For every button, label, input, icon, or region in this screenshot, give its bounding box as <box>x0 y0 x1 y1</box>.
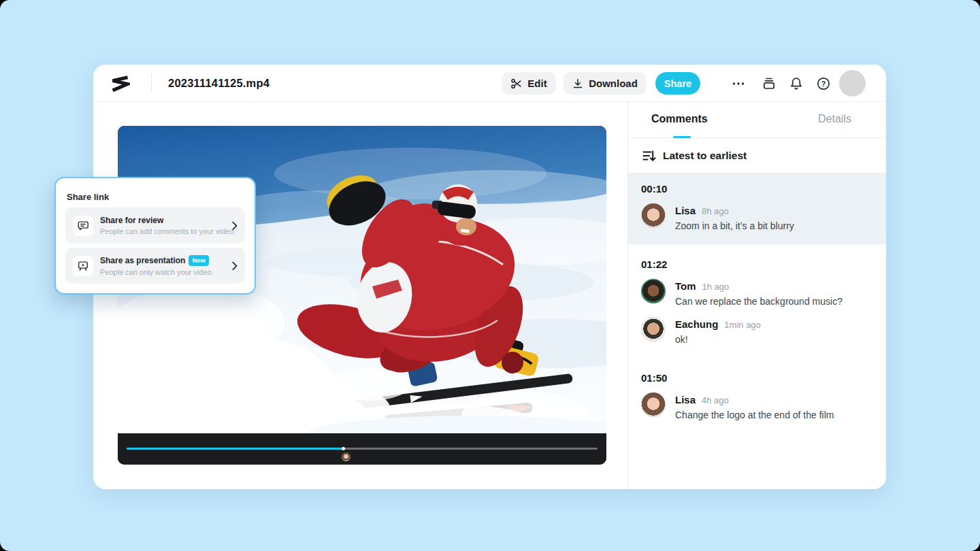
comment-author: Tom <box>675 280 696 292</box>
player-control-bar <box>118 433 606 465</box>
comment-text: Change the logo at the end of the film <box>675 409 834 422</box>
share-link-popover: Share link Share for review People can a… <box>54 177 256 295</box>
share-as-presentation-option[interactable]: Share as presentationNew People can only… <box>65 248 245 284</box>
scissors-icon <box>510 78 523 90</box>
comment-group[interactable]: 01:22 Tom 1h ago Can we replace the back… <box>628 244 886 358</box>
download-icon <box>572 78 584 90</box>
workspace-button[interactable] <box>761 76 777 92</box>
download-button[interactable]: Download <box>564 72 646 95</box>
option-description: People can only watch your video. <box>100 268 214 276</box>
edit-button[interactable]: Edit <box>502 72 556 95</box>
avatar[interactable] <box>641 317 666 341</box>
more-options-button[interactable] <box>730 76 747 92</box>
chevron-right-icon <box>232 221 238 230</box>
panel-tabs: Comments Details <box>628 102 886 138</box>
share-label: Share <box>664 78 691 89</box>
comment-item: Tom 1h ago Can we replace the background… <box>641 279 872 309</box>
tab-details[interactable]: Details <box>818 113 851 125</box>
comment-author: Eachung <box>675 318 718 330</box>
svg-text:?: ? <box>821 80 826 88</box>
comment-age: 1min ago <box>724 320 760 330</box>
sort-icon <box>641 148 657 164</box>
playhead-dot[interactable] <box>342 447 345 450</box>
comment-timestamp: 01:22 <box>641 258 872 270</box>
comment-age: 4h ago <box>702 395 729 405</box>
user-avatar[interactable] <box>839 70 866 97</box>
presentation-icon <box>77 260 89 272</box>
comment-author: Lisa <box>675 205 696 216</box>
comment-text: Zoom in a bit, it’s a bit blurry <box>675 220 794 233</box>
page-background: 202311141125.mp4 Edit Download Share <box>0 0 980 551</box>
icon-box <box>73 256 93 276</box>
comment-text: ok! <box>675 333 761 347</box>
file-title: 202311141125.mp4 <box>168 65 270 102</box>
comment-marker-avatar[interactable] <box>342 452 350 461</box>
download-label: Download <box>589 78 638 89</box>
comment-item: Eachung 1min ago ok! <box>641 317 872 347</box>
comment-group[interactable]: 00:10 Lisa 8h ago Zoom in a bit, it’s a … <box>628 173 886 244</box>
comment-item: Lisa 8h ago Zoom in a bit, it’s a bit bl… <box>641 203 872 233</box>
archive-stack-icon <box>762 76 777 91</box>
comment-bubble-icon <box>77 220 89 232</box>
option-title: Share for review <box>100 216 163 225</box>
edit-label: Edit <box>527 78 546 89</box>
comment-timestamp: 00:10 <box>641 183 872 195</box>
option-badge: New <box>189 255 209 265</box>
avatar[interactable] <box>641 393 666 417</box>
comment-age: 1h ago <box>702 282 730 292</box>
comment-list: 00:10 Lisa 8h ago Zoom in a bit, it’s a … <box>628 173 886 433</box>
avatar[interactable] <box>641 203 666 228</box>
tab-comments[interactable]: Comments <box>651 113 708 125</box>
avatar[interactable] <box>641 279 666 303</box>
sort-order-control[interactable]: Latest to earliest <box>628 138 886 173</box>
comment-text: Can we replace the background music? <box>675 295 843 309</box>
capcut-logo-icon <box>110 73 130 94</box>
comment-author: Lisa <box>675 394 696 405</box>
icon-box <box>73 216 93 236</box>
popover-title: Share link <box>67 192 109 202</box>
chevron-right-icon <box>232 261 238 270</box>
comment-timestamp: 01:50 <box>641 372 872 384</box>
share-button[interactable]: Share <box>655 72 700 95</box>
help-button[interactable]: ? <box>815 76 832 92</box>
option-description: People can add comments to your video. <box>100 227 235 235</box>
option-title: Share as presentation <box>100 256 185 265</box>
sort-label: Latest to earliest <box>663 150 747 162</box>
comments-panel: Comments Details Latest to earliest 00:1… <box>627 102 886 489</box>
share-for-review-option[interactable]: Share for review People can add comments… <box>65 207 245 244</box>
comment-item: Lisa 4h ago Change the logo at the end o… <box>641 393 872 422</box>
comment-group[interactable]: 01:50 Lisa 4h ago Change the logo at the… <box>628 358 886 433</box>
divider <box>151 74 152 93</box>
more-icon <box>732 77 745 90</box>
progress-fill <box>127 448 343 450</box>
help-icon: ? <box>816 76 831 91</box>
bell-icon <box>789 76 804 91</box>
progress-track[interactable] <box>127 448 598 450</box>
comment-age: 8h ago <box>702 206 729 216</box>
top-bar: 202311141125.mp4 Edit Download Share <box>93 65 886 102</box>
notifications-button[interactable] <box>788 76 804 92</box>
